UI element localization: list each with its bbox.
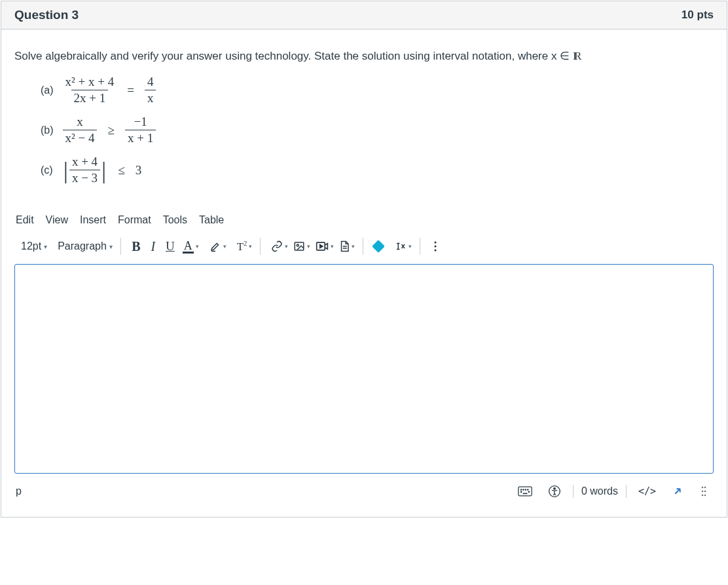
media-button[interactable]: ▾ xyxy=(312,236,335,256)
svg-point-10 xyxy=(520,489,521,490)
supersub-icon: T2 xyxy=(237,240,247,254)
equation-b: (b) x x² − 4 ≥ −1 x + 1 xyxy=(41,115,714,145)
operator-equals: = xyxy=(122,83,139,98)
html-view-button[interactable]: </> xyxy=(634,481,660,501)
question-body: Solve algebraically and verify your answ… xyxy=(1,29,727,517)
numerator: x² + x + 4 xyxy=(63,75,117,90)
accessibility-icon xyxy=(548,485,561,498)
menu-insert[interactable]: Insert xyxy=(80,214,106,226)
fraction: x² + x + 4 2x + 1 xyxy=(63,75,117,105)
block-format-select[interactable]: Paragraph▾ xyxy=(54,236,114,256)
menu-tools[interactable]: Tools xyxy=(163,214,187,226)
abs-bar-left: | xyxy=(62,159,69,182)
element-path[interactable]: p xyxy=(16,485,22,497)
bold-button[interactable]: B xyxy=(128,236,145,256)
image-icon xyxy=(293,240,305,252)
image-button[interactable]: ▾ xyxy=(289,236,312,256)
more-button[interactable] xyxy=(427,236,444,256)
question-card: Question 3 10 pts Solve algebraically an… xyxy=(1,1,727,518)
highlighter-icon xyxy=(209,240,221,252)
font-size-label: 12pt xyxy=(21,240,41,252)
equation-button[interactable]: ▾ xyxy=(391,236,413,256)
highlight-button[interactable]: ▾ xyxy=(206,236,228,256)
word-count: 0 words xyxy=(581,485,618,497)
math-icon xyxy=(395,240,407,252)
fraction: −1 x + 1 xyxy=(125,115,156,145)
expand-icon xyxy=(672,485,683,497)
svg-point-23 xyxy=(702,495,704,497)
kebab-icon xyxy=(433,240,437,252)
toolbar-divider xyxy=(120,238,121,255)
statusbar-divider xyxy=(573,485,573,498)
link-button[interactable]: ▾ xyxy=(267,236,289,256)
fraction: x x² − 4 xyxy=(63,115,98,145)
chevron-down-icon: ▾ xyxy=(196,243,199,250)
link-icon xyxy=(271,240,283,252)
operator-leq: ≤ xyxy=(113,163,130,178)
toolbar-divider xyxy=(363,238,363,255)
fraction: 4 x xyxy=(145,75,156,105)
menu-format[interactable]: Format xyxy=(118,214,151,226)
text-color-icon: A xyxy=(183,240,194,254)
chevron-down-icon: ▾ xyxy=(331,243,334,250)
media-icon xyxy=(316,240,329,252)
menu-edit[interactable]: Edit xyxy=(16,214,34,226)
statusbar-divider xyxy=(626,485,627,498)
fullscreen-button[interactable] xyxy=(668,481,687,501)
numerator: −1 xyxy=(131,115,149,130)
question-header: Question 3 10 pts xyxy=(1,1,727,29)
question-title: Question 3 xyxy=(14,8,79,22)
svg-point-22 xyxy=(704,491,706,493)
block-format-label: Paragraph xyxy=(58,240,107,252)
editor-content-area[interactable] xyxy=(14,264,714,474)
svg-point-7 xyxy=(435,245,437,247)
italic-button[interactable]: I xyxy=(145,236,162,256)
menu-table[interactable]: Table xyxy=(199,214,224,226)
editor-toolbar: 12pt▾ Paragraph▾ B I U A▾ ▾ xyxy=(14,233,714,264)
document-button[interactable]: ▾ xyxy=(335,236,356,256)
chevron-down-icon: ▾ xyxy=(307,243,310,250)
resize-handle[interactable] xyxy=(695,481,712,501)
font-size-select[interactable]: 12pt▾ xyxy=(17,236,48,256)
numerator: 4 xyxy=(145,75,156,90)
numerator: x + 4 xyxy=(69,155,100,170)
denominator: 2x + 1 xyxy=(71,90,109,105)
denominator: x² − 4 xyxy=(63,130,98,145)
superscript-button[interactable]: T2▾ xyxy=(233,236,253,256)
keyboard-icon xyxy=(518,486,532,497)
plugin-icon xyxy=(372,240,385,253)
svg-point-6 xyxy=(435,241,437,243)
svg-point-13 xyxy=(527,489,528,490)
part-c-label: (c) xyxy=(41,164,53,176)
denominator: x − 3 xyxy=(69,170,100,185)
drag-icon xyxy=(701,485,707,497)
question-prompt: Solve algebraically and verify your answ… xyxy=(14,49,714,63)
apps-button[interactable] xyxy=(370,236,387,256)
menu-view[interactable]: View xyxy=(46,214,68,226)
svg-rect-9 xyxy=(519,487,532,496)
document-icon xyxy=(339,240,350,252)
svg-point-12 xyxy=(525,489,526,490)
operator-geq: ≥ xyxy=(102,123,119,138)
keyboard-shortcuts-button[interactable] xyxy=(514,481,536,501)
underline-button[interactable]: U xyxy=(162,236,179,256)
question-points: 10 pts xyxy=(682,9,714,22)
chevron-down-icon: ▾ xyxy=(352,243,355,250)
abs-bar-right: | xyxy=(100,159,107,182)
svg-point-11 xyxy=(523,489,524,490)
rich-text-editor: Edit View Insert Format Tools Table 12pt… xyxy=(14,212,714,504)
chevron-down-icon: ▾ xyxy=(409,243,412,250)
svg-point-14 xyxy=(520,491,521,492)
denominator: x + 1 xyxy=(125,130,156,145)
text-color-button[interactable]: A▾ xyxy=(179,236,200,256)
real-numbers-symbol: I xyxy=(573,50,581,62)
prompt-text: Solve algebraically and verify your answ… xyxy=(14,50,573,62)
chevron-down-icon: ▾ xyxy=(223,243,227,250)
svg-point-18 xyxy=(554,488,556,490)
equation-list: (a) x² + x + 4 2x + 1 = 4 x (b) x x² − 4 xyxy=(41,75,714,185)
svg-point-20 xyxy=(704,487,706,489)
equation-c: (c) | x + 4 x − 3 | ≤ 3 xyxy=(41,155,714,185)
toolbar-divider xyxy=(420,238,420,255)
accessibility-button[interactable] xyxy=(544,481,565,501)
chevron-down-icon: ▾ xyxy=(285,243,288,250)
